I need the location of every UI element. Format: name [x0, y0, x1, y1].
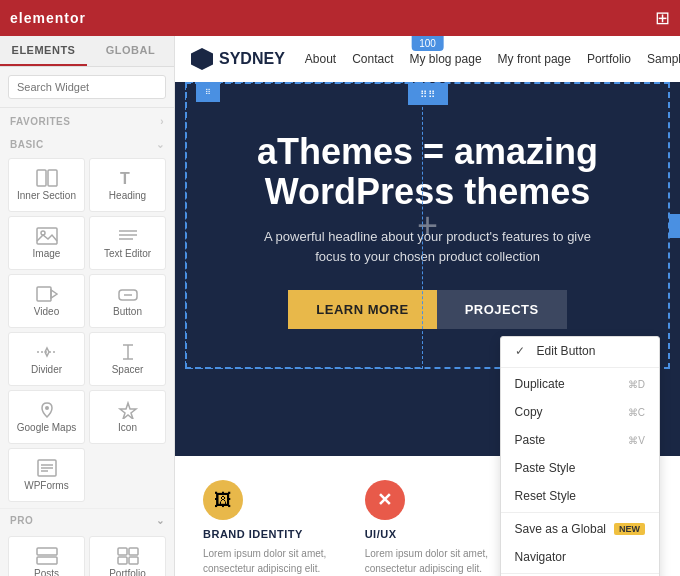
nav-link-front[interactable]: My front page	[498, 52, 571, 66]
search-input[interactable]	[8, 75, 166, 99]
context-menu-duplicate[interactable]: Duplicate ⌘D	[501, 370, 659, 398]
svg-rect-0	[37, 170, 46, 186]
app-logo: elementor	[10, 10, 86, 26]
card-icon-uiux: ✕	[365, 480, 405, 520]
edit-checkmark: ✓	[515, 344, 525, 358]
heading-icon: T	[117, 169, 139, 187]
text-editor-icon	[117, 227, 139, 245]
learn-more-button[interactable]: LEARN MORE	[288, 290, 436, 329]
svg-marker-9	[51, 290, 57, 298]
svg-point-17	[45, 406, 49, 410]
nav-link-blog[interactable]: My blog page	[410, 52, 482, 66]
hero-drag-handle-dots: ⠿⠿	[420, 89, 436, 100]
widget-posts[interactable]: Posts	[8, 536, 85, 576]
svg-rect-27	[118, 557, 127, 564]
site-logo-icon	[191, 48, 213, 70]
hero-drag-handle[interactable]: ⠿⠿	[408, 83, 448, 105]
svg-rect-26	[129, 548, 138, 555]
pro-section: PRO ⌄	[0, 508, 174, 532]
context-menu-paste-style[interactable]: Paste Style	[501, 454, 659, 482]
site-navbar: SYDNEY About Contact My blog page My fro…	[175, 36, 680, 82]
context-menu-navigator[interactable]: Navigator	[501, 543, 659, 571]
card-text-uiux: Lorem ipsum dolor sit amet, consectetur …	[365, 546, 491, 576]
icon-widget-icon	[117, 401, 139, 419]
context-menu-copy[interactable]: Copy ⌘C	[501, 398, 659, 426]
site-nav-links: About Contact My blog page My front page…	[305, 52, 680, 66]
svg-marker-18	[120, 403, 136, 419]
widget-button[interactable]: Button	[89, 274, 166, 328]
card-title-uiux: UI/UX	[365, 528, 491, 540]
add-element-icon[interactable]: +	[417, 205, 438, 247]
nav-link-portfolio[interactable]: Portfolio	[587, 52, 631, 66]
tab-elements[interactable]: ELEMENTS	[0, 36, 87, 66]
svg-rect-8	[37, 287, 51, 301]
widget-grid: Inner Section T Heading Image Text Edito…	[0, 154, 174, 506]
grid-icon[interactable]: ⊞	[655, 7, 670, 29]
svg-rect-23	[37, 548, 57, 555]
new-badge: NEW	[614, 523, 645, 535]
site-logo: SYDNEY	[191, 48, 285, 70]
basic-chevron[interactable]: ⌄	[156, 139, 165, 150]
hero-buttons: LEARN MORE PROJECTS	[215, 290, 640, 329]
right-resize-handle[interactable]	[669, 214, 680, 238]
svg-text:T: T	[120, 170, 130, 187]
widget-wpforms[interactable]: WPForms	[8, 448, 85, 502]
widget-spacer[interactable]: Spacer	[89, 332, 166, 386]
google-maps-icon	[36, 401, 58, 419]
widget-portfolio[interactable]: Portfolio	[89, 536, 166, 576]
nav-link-sample[interactable]: Sample Page	[647, 52, 680, 66]
widget-divider[interactable]: Divider	[8, 332, 85, 386]
pro-chevron[interactable]: ⌄	[156, 515, 165, 526]
video-icon	[36, 285, 58, 303]
context-menu-edit-button[interactable]: ✓ Edit Button	[501, 337, 659, 365]
column-handle[interactable]: ⠿	[196, 82, 220, 102]
portfolio-icon	[117, 547, 139, 565]
top-bar: elementor ⊞	[0, 0, 680, 36]
svg-rect-28	[129, 557, 138, 564]
context-menu-save-global[interactable]: Save as a Global NEW	[501, 515, 659, 543]
button-icon	[117, 285, 139, 303]
search-box[interactable]	[0, 67, 174, 108]
widget-image[interactable]: Image	[8, 216, 85, 270]
projects-button[interactable]: PROJECTS	[437, 290, 567, 329]
sidebar: ELEMENTS GLOBAL FAVORITES › BASIC ⌄ Inne…	[0, 36, 175, 576]
favorites-section: FAVORITES ›	[0, 108, 174, 131]
card-uiux: ✕ UI/UX Lorem ipsum dolor sit amet, cons…	[353, 468, 503, 564]
hero-title: aThemes = amazing WordPress themes	[215, 132, 640, 211]
svg-rect-3	[37, 228, 57, 244]
nav-link-contact[interactable]: Contact	[352, 52, 393, 66]
widget-heading[interactable]: T Heading	[89, 158, 166, 212]
pro-widget-grid: Posts Portfolio	[0, 532, 174, 576]
spacer-icon	[117, 343, 139, 361]
svg-rect-25	[118, 548, 127, 555]
nav-bar-indicator: 100	[411, 36, 444, 51]
widget-google-maps[interactable]: Google Maps	[8, 390, 85, 444]
widget-icon[interactable]: Icon	[89, 390, 166, 444]
posts-icon	[36, 547, 58, 565]
context-menu-reset-style[interactable]: Reset Style	[501, 482, 659, 510]
card-title-brand: BRAND IDENTITY	[203, 528, 329, 540]
context-menu: ✓ Edit Button Duplicate ⌘D Copy ⌘C Paste…	[500, 336, 660, 576]
widget-video[interactable]: Video	[8, 274, 85, 328]
basic-section: BASIC ⌄	[0, 131, 174, 154]
context-menu-paste[interactable]: Paste ⌘V	[501, 426, 659, 454]
favorites-chevron[interactable]: ›	[160, 116, 164, 127]
svg-rect-1	[48, 170, 57, 186]
sidebar-tabs: ELEMENTS GLOBAL	[0, 36, 174, 67]
nav-link-about[interactable]: About	[305, 52, 336, 66]
svg-rect-24	[37, 557, 57, 564]
card-brand-identity: 🖼 BRAND IDENTITY Lorem ipsum dolor sit a…	[191, 468, 341, 564]
image-icon	[36, 227, 58, 245]
hero-section: ⠿ + ⠿⠿ aThemes = amazing WordPress theme…	[175, 82, 680, 369]
inner-section-icon	[36, 169, 58, 187]
wpforms-icon	[36, 459, 58, 477]
canvas: SYDNEY About Contact My blog page My fro…	[175, 36, 680, 576]
context-menu-separator-2	[501, 512, 659, 513]
tab-global[interactable]: GLOBAL	[87, 36, 174, 66]
context-menu-separator-3	[501, 573, 659, 574]
card-icon-brand: 🖼	[203, 480, 243, 520]
widget-text-editor[interactable]: Text Editor	[89, 216, 166, 270]
widget-inner-section[interactable]: Inner Section	[8, 158, 85, 212]
card-text-brand: Lorem ipsum dolor sit amet, consectetur …	[203, 546, 329, 576]
main-layout: ELEMENTS GLOBAL FAVORITES › BASIC ⌄ Inne…	[0, 36, 680, 576]
